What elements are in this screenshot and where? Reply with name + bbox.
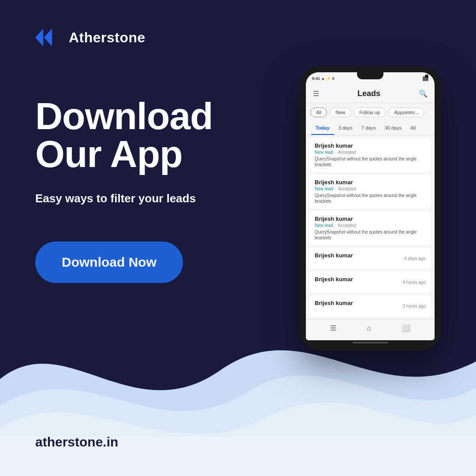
lead-item-5[interactable]: Brijesh kumar · 4 hours ago xyxy=(309,271,431,293)
nav-menu-icon[interactable]: ☰ xyxy=(330,324,336,332)
date-tab-3days[interactable]: 3 days xyxy=(334,123,357,135)
date-tab-7days[interactable]: 7 days xyxy=(357,123,380,135)
lead-item-3[interactable]: Brijesh kumar New lead · Accepted QueryS… xyxy=(309,211,431,245)
headline-line2: Our App xyxy=(35,133,182,175)
lead-dot-6: · xyxy=(315,307,353,312)
lead-name-3: Brijesh kumar xyxy=(315,216,426,222)
phone-frame: 9:41 ▲ ⚡ 4 ▓▓ ☰ Leads 🔍 All New Follow u… xyxy=(300,66,441,351)
app-title: Leads xyxy=(357,89,380,98)
lead-item-6[interactable]: Brijesh kumar · 3 hours ago xyxy=(309,295,431,316)
lead-time-5: 4 hours ago xyxy=(402,280,426,285)
svg-marker-1 xyxy=(35,29,43,46)
lead-status-accepted-1: Accepted xyxy=(338,150,356,155)
home-indicator xyxy=(353,342,388,343)
date-tab-30days[interactable]: 30 days xyxy=(380,123,406,135)
lead-dot-5: · xyxy=(315,283,353,288)
lead-name-1: Brijesh kumar xyxy=(315,142,426,149)
logo-icon xyxy=(35,26,62,48)
lead-status-row-2: New lead · Accepted xyxy=(315,186,426,191)
lead-status-new-1: New lead xyxy=(315,150,333,155)
filter-tab-followup[interactable]: Follow up xyxy=(353,108,386,117)
status-bar: 9:41 ▲ ⚡ 4 ▓▓ xyxy=(306,72,435,85)
status-left: 9:41 ▲ ⚡ 4 xyxy=(312,76,334,81)
lead-name-5: Brijesh kumar xyxy=(315,276,353,283)
lead-name-2: Brijesh kumar xyxy=(315,179,426,186)
filter-tab-all[interactable]: All xyxy=(310,108,327,117)
lead-desc-1: QuerySnapshot without the quotes around … xyxy=(315,156,426,167)
lead-item-1[interactable]: Brijesh kumar New lead · Accepted QueryS… xyxy=(309,138,431,172)
main-container: Atherstone Download Our App Easy ways to… xyxy=(0,0,476,476)
app-header: ☰ Leads 🔍 xyxy=(306,85,435,103)
nav-back-icon[interactable]: ⬜ xyxy=(402,324,410,332)
filter-tab-new[interactable]: New xyxy=(330,108,351,117)
phone-bottom-nav: ☰ ⌂ ⬜ xyxy=(306,319,435,337)
lead-desc-3: QuerySnapshot without the quotes around … xyxy=(315,229,426,241)
phone-mockup: 9:41 ▲ ⚡ 4 ▓▓ ☰ Leads 🔍 All New Follow u… xyxy=(300,66,450,351)
subtitle: Easy ways to filter your leads xyxy=(35,190,213,206)
date-tab-all[interactable]: All xyxy=(406,123,420,135)
nav-home-icon[interactable]: ⌂ xyxy=(367,324,371,332)
header: Atherstone xyxy=(35,26,145,48)
lead-status-row-1: New lead · Accepted xyxy=(315,150,426,155)
lead-item-2[interactable]: Brijesh kumar New lead · Accepted QueryS… xyxy=(309,175,431,208)
lead-time-4: 4 days ago xyxy=(404,256,426,261)
lead-status-row-3: New lead · Accepted xyxy=(315,223,426,228)
phone-home-bar xyxy=(306,340,435,345)
lead-status-new-2: New lead xyxy=(315,186,333,191)
filter-tabs: All New Follow up Appointm... xyxy=(306,103,435,121)
lead-status-accepted-2: Accepted xyxy=(338,186,356,191)
left-content: Download Our App Easy ways to filter you… xyxy=(35,97,213,283)
headline: Download Our App xyxy=(35,97,213,173)
date-tabs: Today 3 days 7 days 30 days All xyxy=(306,121,435,135)
headline-line1: Download xyxy=(35,95,213,137)
lead-desc-2: QuerySnapshot without the quotes around … xyxy=(315,193,426,204)
website-url: atherstone.in xyxy=(35,435,118,450)
lead-status-accepted-3: Accepted xyxy=(338,223,356,228)
hamburger-icon[interactable]: ☰ xyxy=(313,89,319,98)
lead-status-new-3: New lead xyxy=(315,223,333,228)
lead-name-6: Brijesh kumar xyxy=(315,300,353,306)
lead-name-4: Brijesh kumar xyxy=(315,252,353,259)
download-now-button[interactable]: Download Now xyxy=(35,242,183,283)
lead-item-4[interactable]: Brijesh kumar · 4 days ago xyxy=(309,248,431,269)
search-icon[interactable]: 🔍 xyxy=(419,89,428,98)
camera-dot xyxy=(425,74,428,78)
lead-dot-4: · xyxy=(315,260,353,264)
filter-tab-appointment[interactable]: Appointm... xyxy=(388,108,424,117)
lead-time-6: 3 hours ago xyxy=(402,304,426,309)
brand-name: Atherstone xyxy=(69,30,145,46)
date-tab-today[interactable]: Today xyxy=(311,123,334,135)
svg-marker-2 xyxy=(44,29,52,46)
notch xyxy=(357,72,383,79)
phone-screen: ☰ Leads 🔍 All New Follow up Appointm... … xyxy=(306,85,435,340)
lead-list: Brijesh kumar New lead · Accepted QueryS… xyxy=(306,138,435,316)
